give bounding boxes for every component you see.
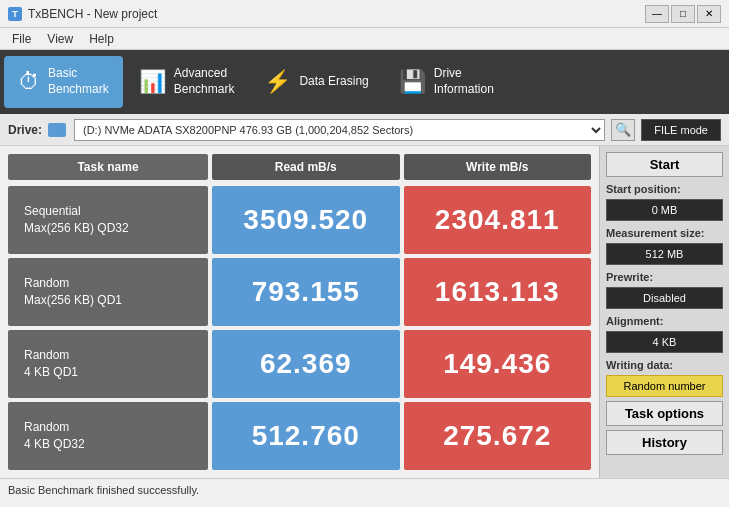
right-panel: Start Start position: 0 MB Measurement s…: [599, 146, 729, 478]
write-value-1: 2304.811: [404, 186, 592, 254]
file-mode-button[interactable]: FILE mode: [641, 119, 721, 141]
menu-file[interactable]: File: [4, 30, 39, 48]
alignment-value[interactable]: 4 KB: [606, 331, 723, 353]
toolbar-drive-information[interactable]: 💾 DriveInformation: [385, 56, 508, 108]
advanced-benchmark-icon: 📊: [139, 69, 166, 95]
measurement-size-label: Measurement size:: [606, 227, 723, 239]
benchmark-header: Task name Read mB/s Write mB/s: [8, 154, 591, 180]
window-title: TxBENCH - New project: [28, 7, 645, 21]
title-bar: T TxBENCH - New project — □ ✕: [0, 0, 729, 28]
drive-label: Drive:: [8, 123, 42, 137]
basic-benchmark-icon: ⏱: [18, 69, 40, 95]
start-position-label: Start position:: [606, 183, 723, 195]
drive-icon: [48, 123, 66, 137]
data-erasing-label: Data Erasing: [299, 74, 368, 90]
toolbar-advanced-benchmark[interactable]: 📊 AdvancedBenchmark: [125, 56, 249, 108]
read-value-2: 793.155: [212, 258, 400, 326]
write-value-4: 275.672: [404, 402, 592, 470]
drive-row: Drive: (D:) NVMe ADATA SX8200PNP 476.93 …: [0, 114, 729, 146]
minimize-button[interactable]: —: [645, 5, 669, 23]
status-bar: Basic Benchmark finished successfully.: [0, 478, 729, 500]
writing-data-value[interactable]: Random number: [606, 375, 723, 397]
start-button[interactable]: Start: [606, 152, 723, 177]
bench-row-4: Random4 KB QD32 512.760 275.672: [8, 402, 591, 470]
bench-row-3: Random4 KB QD1 62.369 149.436: [8, 330, 591, 398]
toolbar: ⏱ BasicBenchmark 📊 AdvancedBenchmark ⚡ D…: [0, 50, 729, 114]
bench-row-2: RandomMax(256 KB) QD1 793.155 1613.113: [8, 258, 591, 326]
history-button[interactable]: History: [606, 430, 723, 455]
app-icon: T: [8, 7, 22, 21]
prewrite-label: Prewrite:: [606, 271, 723, 283]
read-value-3: 62.369: [212, 330, 400, 398]
maximize-button[interactable]: □: [671, 5, 695, 23]
drive-refresh-button[interactable]: 🔍: [611, 119, 635, 141]
bench-row-1: SequentialMax(256 KB) QD32 3509.520 2304…: [8, 186, 591, 254]
toolbar-basic-benchmark[interactable]: ⏱ BasicBenchmark: [4, 56, 123, 108]
header-read: Read mB/s: [212, 154, 400, 180]
header-task: Task name: [8, 154, 208, 180]
drive-select[interactable]: (D:) NVMe ADATA SX8200PNP 476.93 GB (1,0…: [74, 119, 605, 141]
menu-view[interactable]: View: [39, 30, 81, 48]
advanced-benchmark-label: AdvancedBenchmark: [174, 66, 235, 97]
header-write: Write mB/s: [404, 154, 592, 180]
task-name-4: Random4 KB QD32: [8, 402, 208, 470]
menu-bar: File View Help: [0, 28, 729, 50]
task-name-1: SequentialMax(256 KB) QD32: [8, 186, 208, 254]
status-text: Basic Benchmark finished successfully.: [8, 484, 199, 496]
drive-information-icon: 💾: [399, 69, 426, 95]
content-area: Task name Read mB/s Write mB/s Sequentia…: [0, 146, 729, 478]
writing-data-label: Writing data:: [606, 359, 723, 371]
window-controls: — □ ✕: [645, 5, 721, 23]
toolbar-data-erasing[interactable]: ⚡ Data Erasing: [250, 56, 382, 108]
read-value-1: 3509.520: [212, 186, 400, 254]
drive-information-label: DriveInformation: [434, 66, 494, 97]
data-erasing-icon: ⚡: [264, 69, 291, 95]
basic-benchmark-label: BasicBenchmark: [48, 66, 109, 97]
task-options-button[interactable]: Task options: [606, 401, 723, 426]
alignment-label: Alignment:: [606, 315, 723, 327]
close-button[interactable]: ✕: [697, 5, 721, 23]
benchmark-panel: Task name Read mB/s Write mB/s Sequentia…: [0, 146, 599, 478]
start-position-value[interactable]: 0 MB: [606, 199, 723, 221]
write-value-3: 149.436: [404, 330, 592, 398]
task-name-2: RandomMax(256 KB) QD1: [8, 258, 208, 326]
measurement-size-value[interactable]: 512 MB: [606, 243, 723, 265]
task-name-3: Random4 KB QD1: [8, 330, 208, 398]
menu-help[interactable]: Help: [81, 30, 122, 48]
prewrite-value[interactable]: Disabled: [606, 287, 723, 309]
write-value-2: 1613.113: [404, 258, 592, 326]
read-value-4: 512.760: [212, 402, 400, 470]
